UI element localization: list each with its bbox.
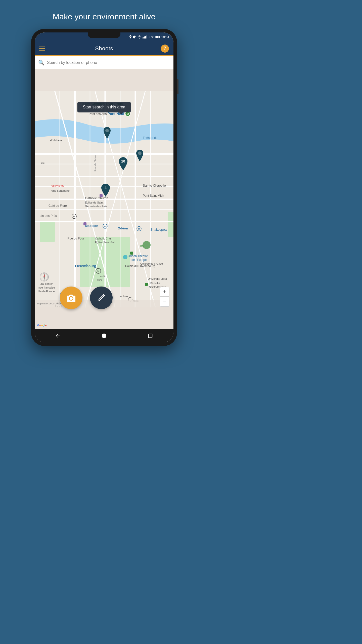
svg-point-95 xyxy=(102,334,106,338)
svg-text:Église Saint-Sul: Église Saint-Sul xyxy=(95,241,115,244)
camera-icon xyxy=(66,293,76,303)
zoom-controls: + − xyxy=(160,287,169,307)
compass-icon[interactable]: N xyxy=(40,272,49,281)
svg-rect-3 xyxy=(145,36,146,38)
svg-text:Germain des Prés: Germain des Prés xyxy=(85,205,107,208)
svg-text:Théâtre du: Théâtre du xyxy=(143,136,157,140)
svg-text:de l'Europe: de l'Europe xyxy=(131,258,147,262)
svg-text:Odéon Théâtre: Odéon Théâtre xyxy=(128,254,148,258)
zoom-in-button[interactable]: + xyxy=(160,287,169,297)
page-title: Make your environment alive xyxy=(0,12,208,21)
google-logo: Google xyxy=(37,324,47,327)
back-button[interactable] xyxy=(50,331,66,341)
camera-fab-button[interactable] xyxy=(60,287,82,309)
svg-text:Rue de Seine: Rue de Seine xyxy=(94,155,97,172)
hamburger-menu[interactable] xyxy=(39,47,45,51)
svg-rect-84 xyxy=(83,222,86,225)
recent-apps-button[interactable] xyxy=(143,331,158,341)
svg-rect-2 xyxy=(144,36,145,38)
map-pin-3[interactable] xyxy=(135,150,144,161)
svg-text:ardin d: ardin d xyxy=(100,275,109,278)
svg-rect-4 xyxy=(146,35,147,38)
svg-text:abor: abor xyxy=(97,279,102,281)
svg-text:Catholic Chu: Catholic Chu xyxy=(95,237,111,240)
svg-text:Rue du Four: Rue du Four xyxy=(67,237,84,240)
help-label: ? xyxy=(164,46,166,51)
search-icon: 🔍 xyxy=(38,60,44,66)
search-input[interactable] xyxy=(47,60,170,65)
svg-text:N: N xyxy=(43,273,45,275)
battery-icon xyxy=(155,35,160,38)
volume-button xyxy=(177,79,178,94)
svg-text:Pastry shop: Pastry shop xyxy=(50,184,64,187)
search-bar: 🔍 xyxy=(35,56,173,69)
svg-text:nch re: nch re xyxy=(120,295,128,298)
phone-notch xyxy=(88,32,120,38)
svg-rect-10 xyxy=(40,222,55,242)
svg-text:M: M xyxy=(97,270,99,272)
svg-text:M: M xyxy=(126,112,129,115)
svg-text:Paris Bonaparte: Paris Bonaparte xyxy=(50,189,70,192)
help-button[interactable]: ? xyxy=(161,45,169,53)
svg-text:Collège de France: Collège de France xyxy=(140,262,163,265)
svg-text:Église de Saint: Église de Saint xyxy=(85,201,103,204)
svg-text:ain-des-Prés: ain-des-Prés xyxy=(40,214,57,218)
status-icons: 85% 10:51 xyxy=(129,35,169,39)
svg-text:M: M xyxy=(73,215,75,218)
svg-text:ural center: ural center xyxy=(40,282,53,285)
svg-text:Luxembourg: Luxembourg xyxy=(75,264,96,268)
svg-point-93 xyxy=(44,276,45,277)
mute-icon xyxy=(133,35,137,39)
svg-rect-0 xyxy=(143,37,143,38)
phone-screen: 85% 10:51 Shoots ? 🔍 xyxy=(35,32,173,342)
wifi-icon xyxy=(138,35,142,38)
svg-rect-1 xyxy=(144,37,144,38)
svg-rect-85 xyxy=(130,252,133,255)
map-pin-4[interactable]: 4 xyxy=(100,184,111,197)
svg-text:Sainte Chapelle: Sainte Chapelle xyxy=(143,184,166,187)
map-pin-10[interactable]: 10 xyxy=(118,157,129,170)
edit-fab-button[interactable] xyxy=(90,287,113,309)
svg-text:Pont Saint-Mich: Pont Saint-Mich xyxy=(143,194,164,197)
zoom-out-button[interactable]: − xyxy=(160,297,169,307)
svg-text:ai Voltaire: ai Voltaire xyxy=(50,139,62,142)
back-icon xyxy=(55,333,61,339)
svg-text:Lille: Lille xyxy=(40,162,45,165)
svg-text:Odéon: Odéon xyxy=(118,226,128,230)
map-pin-1[interactable] xyxy=(103,127,112,139)
recent-icon xyxy=(148,333,153,339)
svg-text:Pont des Arts: Pont des Arts xyxy=(89,112,107,116)
search-area-button[interactable]: Start search in this area xyxy=(77,102,131,112)
svg-text:nce française: nce française xyxy=(38,286,55,289)
svg-text:Mabillon: Mabillon xyxy=(85,224,98,228)
svg-point-89 xyxy=(105,129,109,132)
svg-text:M: M xyxy=(138,228,140,230)
location-icon xyxy=(129,35,132,39)
signal-icon xyxy=(143,35,147,38)
bottom-nav xyxy=(35,329,173,342)
home-button[interactable] xyxy=(96,331,112,341)
edit-icon xyxy=(97,293,106,303)
time-text: 10:51 xyxy=(161,35,169,39)
battery-text: 85% xyxy=(148,35,154,39)
svg-text:lle-de-France: lle-de-France xyxy=(38,290,55,293)
svg-point-90 xyxy=(138,151,142,155)
app-header: Shoots ? xyxy=(35,42,173,56)
map-area[interactable]: Saint-Germain-l'Auxerrois Pont Neuf M Po… xyxy=(35,69,173,329)
svg-text:Shakespea: Shakespea xyxy=(150,228,167,231)
svg-rect-86 xyxy=(145,283,148,286)
svg-rect-9 xyxy=(168,212,173,237)
app-title: Shoots xyxy=(95,45,113,52)
svg-point-81 xyxy=(123,255,127,259)
home-icon xyxy=(101,333,107,339)
svg-text:Catholic Church: Catholic Church xyxy=(85,196,108,200)
svg-point-58 xyxy=(143,241,151,249)
svg-text:Café de Flore: Café de Flore xyxy=(49,204,67,208)
svg-text:M: M xyxy=(104,225,106,228)
phone-shell: 85% 10:51 Shoots ? 🔍 xyxy=(31,29,177,346)
svg-text:Bibliothè: Bibliothè xyxy=(150,282,160,285)
svg-rect-96 xyxy=(149,334,152,338)
svg-text:University Libra: University Libra xyxy=(148,277,167,280)
svg-rect-6 xyxy=(156,36,159,38)
